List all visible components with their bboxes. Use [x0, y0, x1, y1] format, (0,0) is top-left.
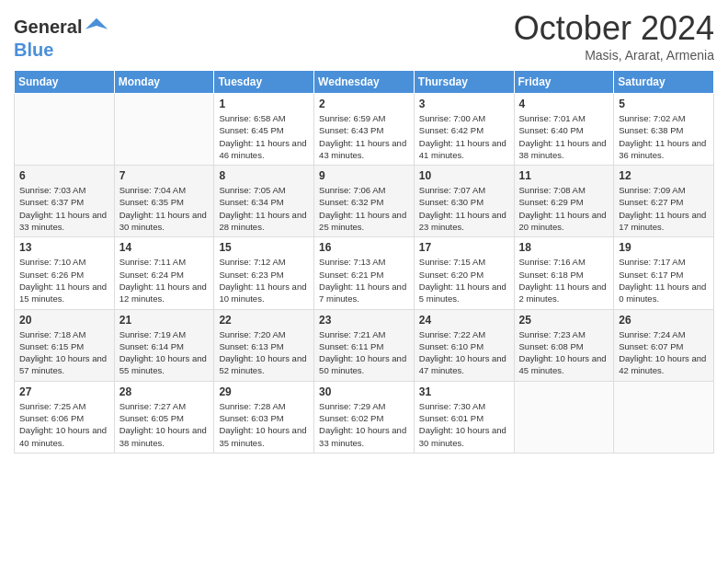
calendar-week-row: 6Sunrise: 7:03 AM Sunset: 6:37 PM Daylig… — [15, 166, 714, 237]
day-number: 19 — [619, 241, 709, 254]
day-number: 23 — [319, 314, 409, 327]
day-info: Sunrise: 7:08 AM Sunset: 6:29 PM Dayligh… — [519, 184, 609, 233]
calendar-cell: 11Sunrise: 7:08 AM Sunset: 6:29 PM Dayli… — [514, 166, 614, 237]
day-info: Sunrise: 7:03 AM Sunset: 6:37 PM Dayligh… — [19, 184, 109, 233]
calendar-cell: 31Sunrise: 7:30 AM Sunset: 6:01 PM Dayli… — [414, 381, 514, 453]
day-number: 16 — [319, 241, 409, 254]
calendar-cell: 10Sunrise: 7:07 AM Sunset: 6:30 PM Dayli… — [414, 166, 514, 237]
day-info: Sunrise: 7:12 AM Sunset: 6:23 PM Dayligh… — [219, 256, 309, 304]
day-number: 9 — [319, 169, 409, 182]
calendar-cell: 1Sunrise: 6:58 AM Sunset: 6:45 PM Daylig… — [214, 94, 314, 166]
day-number: 31 — [419, 385, 509, 398]
day-info: Sunrise: 7:18 AM Sunset: 6:15 PM Dayligh… — [19, 328, 109, 377]
calendar-cell — [514, 381, 614, 453]
day-info: Sunrise: 7:02 AM Sunset: 6:38 PM Dayligh… — [619, 112, 709, 161]
calendar-cell — [15, 94, 115, 166]
day-number: 6 — [19, 169, 109, 182]
day-number: 22 — [219, 314, 309, 327]
calendar-cell: 21Sunrise: 7:19 AM Sunset: 6:14 PM Dayli… — [114, 309, 214, 381]
day-info: Sunrise: 7:00 AM Sunset: 6:42 PM Dayligh… — [419, 112, 509, 161]
day-number: 27 — [19, 385, 109, 398]
day-info: Sunrise: 7:20 AM Sunset: 6:13 PM Dayligh… — [219, 328, 309, 377]
calendar-cell: 18Sunrise: 7:16 AM Sunset: 6:18 PM Dayli… — [514, 237, 614, 309]
day-number: 30 — [319, 385, 409, 398]
day-number: 26 — [619, 314, 709, 327]
calendar-cell: 22Sunrise: 7:20 AM Sunset: 6:13 PM Dayli… — [214, 309, 314, 381]
calendar-cell: 29Sunrise: 7:28 AM Sunset: 6:03 PM Dayli… — [214, 381, 314, 453]
day-info: Sunrise: 6:58 AM Sunset: 6:45 PM Dayligh… — [219, 112, 309, 161]
day-number: 14 — [119, 241, 210, 254]
calendar-week-row: 27Sunrise: 7:25 AM Sunset: 6:06 PM Dayli… — [15, 381, 714, 453]
day-of-week-header: Wednesday — [314, 71, 415, 94]
day-info: Sunrise: 7:06 AM Sunset: 6:32 PM Dayligh… — [319, 184, 409, 233]
day-number: 7 — [119, 169, 210, 182]
calendar-cell: 5Sunrise: 7:02 AM Sunset: 6:38 PM Daylig… — [614, 94, 714, 166]
day-info: Sunrise: 7:11 AM Sunset: 6:24 PM Dayligh… — [119, 256, 210, 304]
day-number: 21 — [119, 314, 210, 327]
calendar-week-row: 1Sunrise: 6:58 AM Sunset: 6:45 PM Daylig… — [15, 94, 714, 166]
day-number: 25 — [519, 314, 609, 327]
logo-general: General — [14, 17, 82, 37]
calendar-cell: 7Sunrise: 7:04 AM Sunset: 6:35 PM Daylig… — [114, 166, 214, 237]
calendar-cell: 25Sunrise: 7:23 AM Sunset: 6:08 PM Dayli… — [514, 309, 614, 381]
calendar-cell: 19Sunrise: 7:17 AM Sunset: 6:17 PM Dayli… — [614, 237, 714, 309]
day-info: Sunrise: 7:28 AM Sunset: 6:03 PM Dayligh… — [219, 400, 309, 449]
day-number: 8 — [219, 169, 309, 182]
calendar-cell: 27Sunrise: 7:25 AM Sunset: 6:06 PM Dayli… — [15, 381, 115, 453]
calendar-cell: 14Sunrise: 7:11 AM Sunset: 6:24 PM Dayli… — [114, 237, 214, 309]
day-info: Sunrise: 7:19 AM Sunset: 6:14 PM Dayligh… — [119, 328, 210, 377]
day-number: 15 — [219, 241, 309, 254]
header: General Blue October 2024 Masis, Ararat,… — [14, 9, 714, 63]
day-info: Sunrise: 7:16 AM Sunset: 6:18 PM Dayligh… — [519, 256, 609, 304]
month-title: October 2024 — [514, 9, 714, 48]
day-info: Sunrise: 7:23 AM Sunset: 6:08 PM Dayligh… — [519, 328, 609, 377]
day-info: Sunrise: 6:59 AM Sunset: 6:43 PM Dayligh… — [319, 112, 409, 161]
day-of-week-header: Friday — [514, 71, 614, 94]
day-info: Sunrise: 7:13 AM Sunset: 6:21 PM Dayligh… — [319, 256, 409, 304]
calendar-cell: 26Sunrise: 7:24 AM Sunset: 6:07 PM Dayli… — [614, 309, 714, 381]
title-block: October 2024 Masis, Ararat, Armenia — [514, 9, 714, 63]
day-number: 1 — [219, 98, 309, 110]
day-info: Sunrise: 7:27 AM Sunset: 6:05 PM Dayligh… — [119, 400, 210, 449]
day-of-week-header: Sunday — [15, 71, 115, 94]
day-number: 3 — [419, 98, 509, 110]
calendar-cell: 4Sunrise: 7:01 AM Sunset: 6:40 PM Daylig… — [514, 94, 614, 166]
day-info: Sunrise: 7:04 AM Sunset: 6:35 PM Dayligh… — [119, 184, 210, 233]
day-info: Sunrise: 7:25 AM Sunset: 6:06 PM Dayligh… — [19, 400, 109, 449]
day-number: 28 — [119, 385, 210, 398]
logo-bird-icon — [84, 14, 109, 40]
calendar-week-row: 20Sunrise: 7:18 AM Sunset: 6:15 PM Dayli… — [15, 309, 714, 381]
day-number: 5 — [619, 98, 709, 110]
day-info: Sunrise: 7:01 AM Sunset: 6:40 PM Dayligh… — [519, 112, 609, 161]
day-info: Sunrise: 7:15 AM Sunset: 6:20 PM Dayligh… — [419, 256, 509, 304]
calendar-cell: 16Sunrise: 7:13 AM Sunset: 6:21 PM Dayli… — [314, 237, 415, 309]
calendar-cell: 12Sunrise: 7:09 AM Sunset: 6:27 PM Dayli… — [614, 166, 714, 237]
calendar-cell: 30Sunrise: 7:29 AM Sunset: 6:02 PM Dayli… — [314, 381, 415, 453]
calendar-cell: 23Sunrise: 7:21 AM Sunset: 6:11 PM Dayli… — [314, 309, 415, 381]
day-number: 18 — [519, 241, 609, 254]
day-info: Sunrise: 7:07 AM Sunset: 6:30 PM Dayligh… — [419, 184, 509, 233]
day-number: 24 — [419, 314, 509, 327]
day-info: Sunrise: 7:09 AM Sunset: 6:27 PM Dayligh… — [619, 184, 709, 233]
day-of-week-header: Saturday — [614, 71, 714, 94]
logo-blue: Blue — [14, 40, 109, 60]
day-number: 11 — [519, 169, 609, 182]
calendar-cell: 6Sunrise: 7:03 AM Sunset: 6:37 PM Daylig… — [15, 166, 115, 237]
location-subtitle: Masis, Ararat, Armenia — [514, 48, 714, 63]
day-info: Sunrise: 7:30 AM Sunset: 6:01 PM Dayligh… — [419, 400, 509, 449]
logo: General Blue — [14, 14, 109, 60]
day-number: 20 — [19, 314, 109, 327]
calendar-cell: 17Sunrise: 7:15 AM Sunset: 6:20 PM Dayli… — [414, 237, 514, 309]
day-of-week-header: Monday — [114, 71, 214, 94]
day-info: Sunrise: 7:21 AM Sunset: 6:11 PM Dayligh… — [319, 328, 409, 377]
calendar-table: SundayMondayTuesdayWednesdayThursdayFrid… — [14, 70, 714, 454]
calendar-cell: 3Sunrise: 7:00 AM Sunset: 6:42 PM Daylig… — [414, 94, 514, 166]
calendar-page: General Blue October 2024 Masis, Ararat,… — [0, 0, 728, 563]
calendar-cell: 9Sunrise: 7:06 AM Sunset: 6:32 PM Daylig… — [314, 166, 415, 237]
svg-marker-0 — [85, 18, 108, 29]
day-number: 10 — [419, 169, 509, 182]
day-info: Sunrise: 7:10 AM Sunset: 6:26 PM Dayligh… — [19, 256, 109, 304]
day-info: Sunrise: 7:24 AM Sunset: 6:07 PM Dayligh… — [619, 328, 709, 377]
calendar-cell: 28Sunrise: 7:27 AM Sunset: 6:05 PM Dayli… — [114, 381, 214, 453]
calendar-cell: 24Sunrise: 7:22 AM Sunset: 6:10 PM Dayli… — [414, 309, 514, 381]
